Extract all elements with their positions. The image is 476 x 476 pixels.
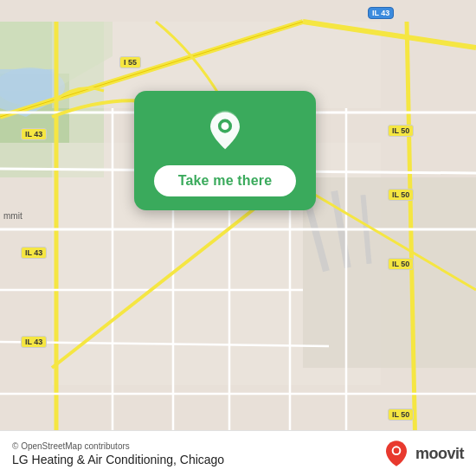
road-label-il50-mid: IL 50 (388, 189, 414, 201)
svg-rect-8 (303, 177, 476, 368)
bottom-bar-info: © OpenStreetMap contributors LG Heating … (12, 441, 224, 466)
road-label-il50-bot2: IL 50 (388, 408, 414, 421)
moovit-logo: moovit (383, 440, 464, 467)
take-me-there-button[interactable]: Take me there (154, 165, 297, 196)
city-label-summit: mmit (3, 211, 23, 221)
location-pin-icon (201, 106, 249, 155)
bottom-bar: © OpenStreetMap contributors LG Heating … (0, 430, 476, 476)
road-label-il50-top: IL 50 (388, 125, 414, 137)
map-svg (0, 0, 476, 476)
location-title: LG Heating & Air Conditioning, Chicago (12, 453, 224, 466)
map-container: IL 43 I 55 IL 43 IL 43 IL 43 IL 50 IL 50… (0, 0, 476, 476)
road-label-i55-top: IL 43 (368, 7, 394, 19)
road-label-il43-top: IL 43 (21, 128, 47, 140)
moovit-logo-icon (383, 440, 410, 467)
road-label-i55-mid: I 55 (119, 56, 141, 68)
map-card: Take me there (134, 91, 316, 210)
moovit-logo-text: moovit (415, 445, 464, 463)
road-label-il50-bot1: IL 50 (388, 258, 414, 270)
road-label-il43-mid: IL 43 (21, 247, 47, 259)
svg-point-33 (222, 122, 229, 130)
copyright-text: © OpenStreetMap contributors (12, 441, 224, 451)
svg-point-35 (394, 447, 400, 453)
road-label-il43-bot: IL 43 (21, 336, 47, 348)
